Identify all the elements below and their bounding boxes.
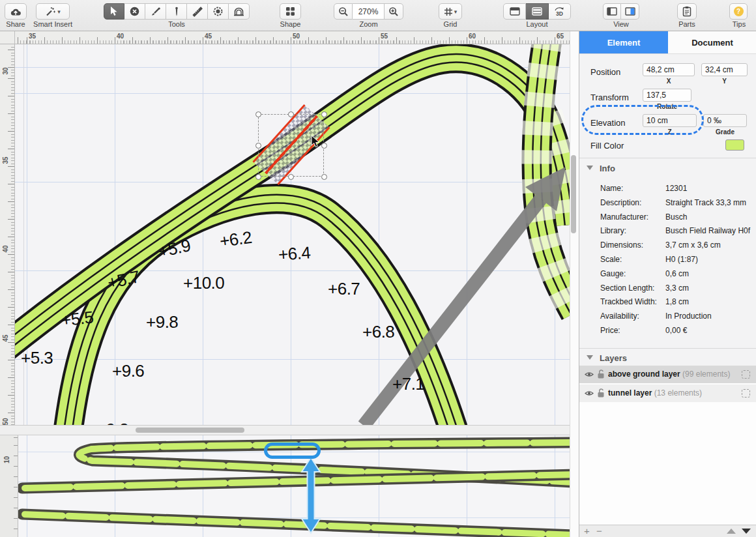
grid-button[interactable]: ▾ xyxy=(439,3,462,20)
window-top-bar-icon xyxy=(510,7,520,16)
elevation-profile-viewport[interactable] xyxy=(18,435,570,537)
pane-splitter[interactable] xyxy=(0,425,579,435)
cloud-upload-icon xyxy=(10,7,22,16)
selection-handle[interactable] xyxy=(255,143,261,149)
info-row: Price: 0,00 € xyxy=(579,323,756,338)
position-y-input[interactable] xyxy=(701,63,748,76)
smart-insert-button[interactable]: ▾ xyxy=(36,3,70,20)
layer-count: (13 elements) xyxy=(654,388,702,398)
unlock-icon[interactable] xyxy=(597,369,605,379)
eye-icon[interactable] xyxy=(585,390,594,397)
layer-row-tunnel[interactable]: tunnel layer (13 elements) xyxy=(579,385,756,402)
zoom-level-field[interactable]: 270% xyxy=(353,3,385,20)
left-sidebar-icon xyxy=(607,7,617,16)
tunnel-tool-button[interactable] xyxy=(229,3,250,20)
info-row: Availability: In Production xyxy=(579,309,756,323)
track-plan-viewport[interactable]: +5.9 +6.2 +6.4 +5.7 +10.0 +6.7 +5.5 +9.8… xyxy=(15,44,570,425)
tips-label: Tips xyxy=(727,20,751,28)
position-label: Position xyxy=(590,67,620,77)
elevation-label: +5.5 xyxy=(61,308,94,331)
selection-handle[interactable] xyxy=(288,174,294,180)
horizontal-scrollbar-thumb[interactable] xyxy=(136,428,244,433)
ruler-number: 65 xyxy=(557,33,564,40)
parts-group: Parts xyxy=(677,0,697,31)
layout-single-button[interactable] xyxy=(503,3,526,20)
info-value: 0,00 € xyxy=(665,326,687,335)
measure-tool-button[interactable] xyxy=(187,3,208,20)
vertical-ruler: 30 35 40 45 50 xyxy=(0,44,15,425)
shape-button[interactable] xyxy=(280,3,301,20)
ruler-number: 10 xyxy=(3,453,12,463)
unlock-icon[interactable] xyxy=(597,388,605,398)
ruler-icon xyxy=(192,7,203,17)
grade-input[interactable] xyxy=(703,114,747,127)
info-row: Name: 12301 xyxy=(579,181,756,196)
selected-profile-segment[interactable] xyxy=(264,443,321,459)
layer-row-above-ground[interactable]: above ground layer (99 elements) xyxy=(579,366,756,383)
fill-color-swatch[interactable] xyxy=(725,139,744,151)
layer-color-placeholder[interactable] xyxy=(742,370,750,379)
tips-button[interactable]: ? xyxy=(729,3,748,20)
info-disclosure-triangle[interactable] xyxy=(587,166,593,170)
ruler-number: 35 xyxy=(29,33,36,40)
selection-handle[interactable] xyxy=(321,174,327,180)
chevron-down-icon: ▾ xyxy=(454,8,458,15)
layout-3d-button[interactable]: 3D xyxy=(549,3,571,20)
view-left-panel-button[interactable] xyxy=(603,3,621,20)
zoom-in-button[interactable] xyxy=(385,3,403,20)
question-badge-icon: ? xyxy=(734,7,744,16)
paint-tool-button[interactable] xyxy=(145,3,166,20)
vertical-scrollbar-thumb[interactable] xyxy=(571,155,576,233)
cut-tool-button[interactable] xyxy=(208,3,229,20)
rotate-input[interactable] xyxy=(643,89,691,102)
delete-tool-button[interactable] xyxy=(124,3,145,20)
info-label: Library: xyxy=(600,226,626,235)
info-value: Straight Track 33,3 mm xyxy=(665,198,746,207)
remove-layer-button[interactable]: − xyxy=(596,525,602,536)
tab-element[interactable]: Element xyxy=(579,31,668,54)
move-layer-up-button[interactable] xyxy=(727,529,736,534)
selection-handle[interactable] xyxy=(255,174,261,180)
eyedropper-tool-button[interactable] xyxy=(166,3,187,20)
parts-button[interactable] xyxy=(677,3,697,20)
ruler-number: 35 xyxy=(2,155,11,166)
selection-handle[interactable] xyxy=(321,111,327,117)
add-layer-button[interactable]: + xyxy=(584,525,590,536)
tab-document[interactable]: Document xyxy=(668,31,756,54)
layers-disclosure-triangle[interactable] xyxy=(587,355,593,360)
move-layer-down-button[interactable] xyxy=(742,529,751,534)
layout-rows-button[interactable] xyxy=(526,3,549,20)
elevation-label: +5.3 xyxy=(21,348,53,368)
eye-icon[interactable] xyxy=(585,371,594,378)
layout-group: 3D Layout xyxy=(503,0,571,31)
position-x-input[interactable] xyxy=(643,63,695,76)
info-value: 0,6 cm xyxy=(665,269,689,278)
panel-bottom-bar: + − xyxy=(579,525,756,537)
elevation-drag-arrow[interactable] xyxy=(302,457,320,533)
ruler-corner xyxy=(0,31,15,44)
info-value: Busch xyxy=(665,212,687,222)
layer-color-placeholder[interactable] xyxy=(742,389,750,398)
horizontal-ruler: 35 40 45 50 55 60 65 xyxy=(15,31,570,44)
info-row: Dimensions: 3,7 cm x 3,6 cm xyxy=(579,238,756,252)
tools-label: Tools xyxy=(104,20,250,28)
canvas-area: 35 40 45 50 55 60 65 30 35 40 45 50 xyxy=(0,31,579,537)
chevron-down-icon: ▾ xyxy=(57,8,61,15)
selection-handle[interactable] xyxy=(288,111,294,117)
select-tool-button[interactable] xyxy=(104,3,124,20)
tips-group: ? Tips xyxy=(727,0,751,31)
zoom-out-button[interactable] xyxy=(334,3,353,20)
ruler-number: 45 xyxy=(2,333,11,343)
view-right-panel-button[interactable] xyxy=(621,3,639,20)
ruler-number: 30 xyxy=(2,66,11,76)
info-value: H0 (1:87) xyxy=(665,255,698,264)
selection-handle[interactable] xyxy=(255,111,261,117)
selection-handle[interactable] xyxy=(321,143,327,149)
grade-caption: Grade xyxy=(703,128,747,136)
svg-text:3D: 3D xyxy=(556,10,563,17)
ruler-number: 55 xyxy=(381,33,388,40)
elevation-z-input[interactable] xyxy=(643,114,697,127)
view-group: View xyxy=(603,0,639,31)
shape-group: Shape xyxy=(280,0,301,31)
share-button[interactable] xyxy=(5,3,27,20)
